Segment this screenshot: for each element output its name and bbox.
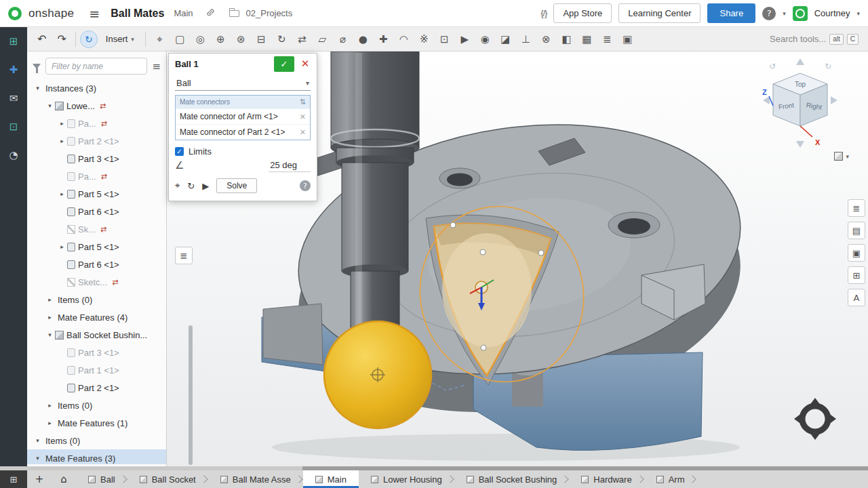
drawing-icon[interactable]: ▣ [618, 30, 637, 48]
document-tab[interactable]: Ball Socket Bushing [454, 470, 570, 488]
project-breadcrumb[interactable]: 02_Projects [246, 8, 293, 18]
configurations-panel-icon[interactable]: ⊞ [848, 266, 865, 284]
view-options-dropdown[interactable]: ▾ [834, 152, 849, 161]
display-states-icon[interactable]: ▦ [577, 30, 597, 48]
insert-button[interactable]: Insert ▾ [99, 31, 141, 47]
pan-navigation-wheel[interactable] [793, 397, 837, 441]
history-icon[interactable]: ◔ [9, 149, 18, 161]
invite-users-icon[interactable]: ✚ [9, 64, 18, 76]
limits-checkbox[interactable]: ✓ Limits [175, 146, 311, 157]
user-name[interactable]: Courtney [814, 8, 850, 18]
rotate-tool-icon[interactable]: ↻ [80, 30, 98, 48]
reorder-icon[interactable]: ⇅ [300, 98, 306, 106]
tree-item[interactable]: ▸ Items (0) [27, 291, 166, 308]
document-tab[interactable]: Main [303, 470, 359, 488]
remove-connector-icon[interactable]: ✕ [300, 128, 306, 137]
main-menu-icon[interactable]: ≡ [85, 6, 104, 21]
play-icon[interactable]: ▶ [202, 181, 209, 191]
tree-item[interactable]: ▾ Lowe... [27, 97, 166, 115]
animate-icon[interactable]: ▶ [455, 30, 475, 48]
cylindrical-mate-icon[interactable]: ⌀ [333, 30, 353, 48]
remove-connector-icon[interactable]: ✕ [300, 113, 306, 121]
linear-pattern-icon[interactable]: ⊟ [252, 30, 271, 48]
tree-item[interactable]: ▸ Pa... [27, 115, 166, 132]
ball-mate-icon[interactable]: ● [353, 30, 373, 48]
caret-icon[interactable]: ▸ [45, 296, 55, 303]
housing-front-wall[interactable] [263, 304, 323, 365]
caret-icon[interactable]: ▸ [57, 120, 67, 127]
caret-icon[interactable]: ▸ [57, 138, 67, 144]
user-avatar[interactable] [793, 6, 808, 21]
comments-icon[interactable]: ✉ [9, 92, 18, 104]
learning-center-button[interactable]: Learning Center [618, 3, 701, 23]
feature-script-icon[interactable]: {/} [540, 8, 547, 18]
workspace-name[interactable]: Main [174, 8, 193, 18]
document-tab[interactable]: Arm [644, 470, 697, 488]
redo-icon[interactable]: ↷ [52, 31, 71, 47]
mate-connector-row[interactable]: Mate connector of Arm <1> ✕ [176, 108, 310, 124]
caret-icon[interactable]: ▾ [33, 437, 43, 444]
tree-item[interactable]: Part 3 <1> [27, 344, 166, 361]
replicate-icon[interactable]: ⊕ [211, 30, 231, 48]
mate-connector-icon[interactable]: ◎ [191, 30, 210, 48]
tree-item[interactable]: ▸ Mate Features (1) [27, 414, 166, 432]
annotations-panel-icon[interactable]: A [848, 289, 865, 306]
part-ball[interactable] [324, 321, 431, 428]
onshape-logo-icon[interactable] [8, 7, 22, 20]
bom-icon[interactable]: ≣ [597, 30, 617, 48]
undo-icon[interactable]: ↶ [33, 31, 51, 47]
document-tab[interactable]: Lower Housing [359, 470, 454, 488]
onshape-logo-text[interactable]: onshape [28, 7, 74, 20]
list-options-icon[interactable]: ≡ [152, 60, 161, 73]
tree-item[interactable]: Part 3 <1> [27, 150, 166, 167]
mate-type-dropdown[interactable]: Ball ▾ [175, 76, 311, 91]
bom-panel-icon[interactable]: ≣ [848, 199, 865, 217]
share-button[interactable]: Share [707, 3, 755, 23]
slider-mate-icon[interactable]: ⇄ [292, 30, 312, 48]
caret-icon[interactable]: ▸ [45, 420, 55, 426]
measure-icon[interactable]: ⊥ [516, 30, 536, 48]
tree-item[interactable]: ▸ Items (0) [27, 396, 166, 414]
caret-icon[interactable]: ▸ [57, 190, 67, 197]
search-tools[interactable]: Search tools... alt C [770, 34, 863, 45]
sidebar-scrollbar[interactable] [189, 325, 193, 465]
tree-item[interactable]: Sketc... [27, 273, 166, 291]
appearance-icon[interactable]: ◧ [557, 30, 576, 48]
interference-icon[interactable]: ⊗ [536, 30, 556, 48]
tree-item[interactable]: ▾ Instances (3) [27, 79, 166, 97]
add-tab-icon[interactable]: + [27, 470, 52, 488]
copies-panel-icon[interactable]: ▣ [848, 244, 865, 262]
tree-item[interactable]: Part 2 <1> [27, 379, 166, 396]
accept-button[interactable]: ✓ [274, 56, 294, 72]
view-cube[interactable]: ↺ ↻ Top Front Right Z X [760, 56, 841, 156]
dialog-help-icon[interactable]: ? [300, 180, 311, 191]
tangent-mate-icon[interactable]: ◠ [394, 30, 414, 48]
animate-mate-icon[interactable]: ↻ [187, 181, 195, 191]
structure-toggle-icon[interactable]: ≣ [175, 247, 193, 264]
document-tab[interactable]: Ball Socket [127, 470, 208, 488]
document-tab[interactable]: Hardware [569, 470, 644, 488]
filter-input[interactable] [45, 58, 147, 75]
caret-icon[interactable]: ▸ [45, 402, 55, 409]
tree-item[interactable]: ▸ Mate Features (4) [27, 308, 166, 326]
explode-icon[interactable]: ※ [414, 30, 434, 48]
fastened-mate-icon[interactable]: ✚ [374, 30, 393, 48]
caret-icon[interactable]: ▸ [57, 243, 67, 250]
mate-connector-row[interactable]: Mate connector of Part 2 <1> ✕ [176, 124, 310, 140]
tree-item[interactable]: ▸ Part 2 <1> [27, 132, 166, 150]
caret-icon[interactable]: ▾ [45, 102, 55, 109]
section-view-icon[interactable]: ◪ [496, 30, 515, 48]
tree-item[interactable]: Part 6 <1> [27, 256, 166, 273]
tree-item[interactable]: Part 6 <1> [27, 203, 166, 220]
appearance-panel-icon[interactable]: ▤ [848, 222, 865, 239]
named-positions-icon[interactable]: ⊡ [435, 30, 454, 48]
planar-mate-icon[interactable]: ▱ [313, 30, 332, 48]
caret-icon[interactable]: ▸ [45, 314, 55, 321]
caret-icon[interactable]: ▾ [45, 331, 55, 338]
mate-icon[interactable]: ⌖ [150, 30, 170, 48]
help-menu-icon[interactable]: ? [762, 7, 776, 20]
apps-icon[interactable]: ⊞ [9, 35, 18, 47]
group-icon[interactable]: ▢ [170, 30, 190, 48]
home-tab-icon[interactable]: ⌂ [52, 470, 76, 488]
caret-icon[interactable]: ▾ [33, 455, 43, 462]
